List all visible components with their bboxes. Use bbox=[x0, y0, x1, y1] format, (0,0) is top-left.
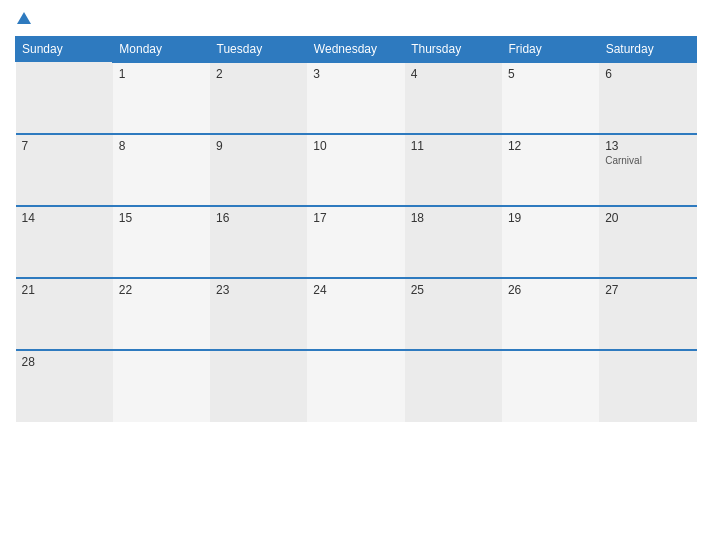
weekday-header-monday: Monday bbox=[113, 36, 210, 62]
calendar-cell: 11 bbox=[405, 134, 502, 206]
day-number: 22 bbox=[119, 283, 204, 297]
weekday-header-sunday: Sunday bbox=[16, 36, 113, 62]
day-number: 14 bbox=[22, 211, 107, 225]
day-number: 8 bbox=[119, 139, 204, 153]
weekday-header-tuesday: Tuesday bbox=[210, 36, 307, 62]
calendar-cell: 26 bbox=[502, 278, 599, 350]
calendar-cell: 4 bbox=[405, 62, 502, 134]
calendar-body: 12345678910111213Carnival141516171819202… bbox=[16, 62, 697, 422]
calendar-cell: 21 bbox=[16, 278, 113, 350]
calendar-cell: 24 bbox=[307, 278, 404, 350]
weekday-header-row: SundayMondayTuesdayWednesdayThursdayFrid… bbox=[16, 36, 697, 62]
calendar-cell: 12 bbox=[502, 134, 599, 206]
calendar-cell: 25 bbox=[405, 278, 502, 350]
week-row-1: 123456 bbox=[16, 62, 697, 134]
calendar-cell: 28 bbox=[16, 350, 113, 422]
day-number: 1 bbox=[119, 67, 204, 81]
day-number: 3 bbox=[313, 67, 398, 81]
day-number: 23 bbox=[216, 283, 301, 297]
calendar-cell bbox=[16, 62, 113, 134]
calendar-cell: 18 bbox=[405, 206, 502, 278]
day-number: 20 bbox=[605, 211, 690, 225]
day-number: 12 bbox=[508, 139, 593, 153]
calendar-cell: 15 bbox=[113, 206, 210, 278]
calendar-cell: 19 bbox=[502, 206, 599, 278]
calendar-cell: 23 bbox=[210, 278, 307, 350]
day-number: 13 bbox=[605, 139, 690, 153]
day-number: 16 bbox=[216, 211, 301, 225]
week-row-5: 28 bbox=[16, 350, 697, 422]
calendar-cell: 16 bbox=[210, 206, 307, 278]
calendar-cell: 2 bbox=[210, 62, 307, 134]
calendar-cell: 5 bbox=[502, 62, 599, 134]
day-number: 10 bbox=[313, 139, 398, 153]
day-number: 17 bbox=[313, 211, 398, 225]
weekday-header-thursday: Thursday bbox=[405, 36, 502, 62]
weekday-header-wednesday: Wednesday bbox=[307, 36, 404, 62]
weekday-header-friday: Friday bbox=[502, 36, 599, 62]
logo-triangle-icon bbox=[17, 12, 31, 24]
day-number: 18 bbox=[411, 211, 496, 225]
calendar-cell bbox=[210, 350, 307, 422]
weekday-header-saturday: Saturday bbox=[599, 36, 696, 62]
day-number: 21 bbox=[22, 283, 107, 297]
header bbox=[15, 10, 697, 28]
logo-text bbox=[15, 10, 31, 28]
calendar-cell: 22 bbox=[113, 278, 210, 350]
calendar-cell bbox=[405, 350, 502, 422]
day-number: 4 bbox=[411, 67, 496, 81]
calendar-table: SundayMondayTuesdayWednesdayThursdayFrid… bbox=[15, 36, 697, 422]
day-number: 19 bbox=[508, 211, 593, 225]
calendar-cell: 13Carnival bbox=[599, 134, 696, 206]
week-row-4: 21222324252627 bbox=[16, 278, 697, 350]
calendar-cell: 9 bbox=[210, 134, 307, 206]
calendar-cell: 17 bbox=[307, 206, 404, 278]
calendar-cell: 10 bbox=[307, 134, 404, 206]
day-number: 26 bbox=[508, 283, 593, 297]
calendar-cell: 1 bbox=[113, 62, 210, 134]
calendar-cell: 3 bbox=[307, 62, 404, 134]
day-number: 7 bbox=[22, 139, 107, 153]
calendar-cell: 8 bbox=[113, 134, 210, 206]
day-number: 5 bbox=[508, 67, 593, 81]
calendar-cell bbox=[307, 350, 404, 422]
day-number: 6 bbox=[605, 67, 690, 81]
calendar-cell: 6 bbox=[599, 62, 696, 134]
day-number: 9 bbox=[216, 139, 301, 153]
calendar-cell: 14 bbox=[16, 206, 113, 278]
week-row-3: 14151617181920 bbox=[16, 206, 697, 278]
calendar-cell: 27 bbox=[599, 278, 696, 350]
week-row-2: 78910111213Carnival bbox=[16, 134, 697, 206]
calendar-cell bbox=[599, 350, 696, 422]
day-number: 27 bbox=[605, 283, 690, 297]
calendar-cell bbox=[113, 350, 210, 422]
day-number: 11 bbox=[411, 139, 496, 153]
day-number: 15 bbox=[119, 211, 204, 225]
event-label: Carnival bbox=[605, 155, 690, 166]
calendar-cell: 7 bbox=[16, 134, 113, 206]
logo bbox=[15, 10, 31, 28]
day-number: 2 bbox=[216, 67, 301, 81]
calendar-cell: 20 bbox=[599, 206, 696, 278]
day-number: 24 bbox=[313, 283, 398, 297]
day-number: 28 bbox=[22, 355, 107, 369]
day-number: 25 bbox=[411, 283, 496, 297]
calendar-container: SundayMondayTuesdayWednesdayThursdayFrid… bbox=[0, 0, 712, 550]
calendar-cell bbox=[502, 350, 599, 422]
